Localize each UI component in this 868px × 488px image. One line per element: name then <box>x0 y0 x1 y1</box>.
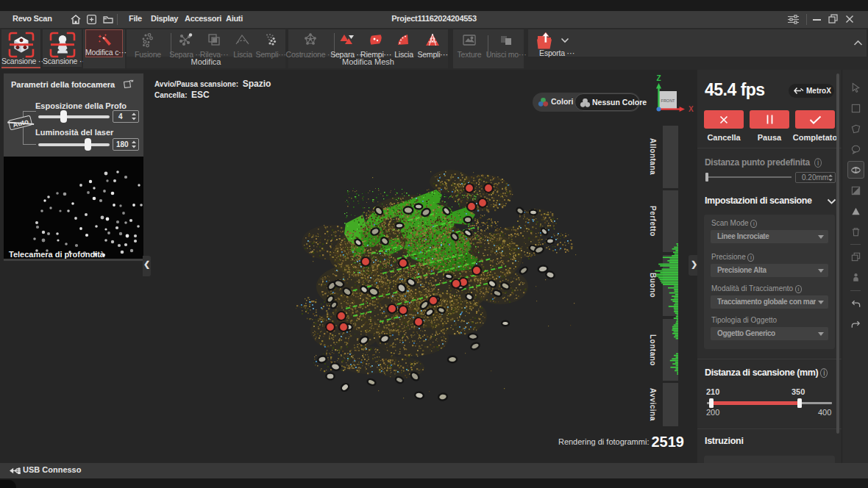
svg-text:FRONT: FRONT <box>661 98 676 103</box>
svg-text:X: X <box>689 105 694 113</box>
svg-text:Z: Z <box>656 74 661 82</box>
